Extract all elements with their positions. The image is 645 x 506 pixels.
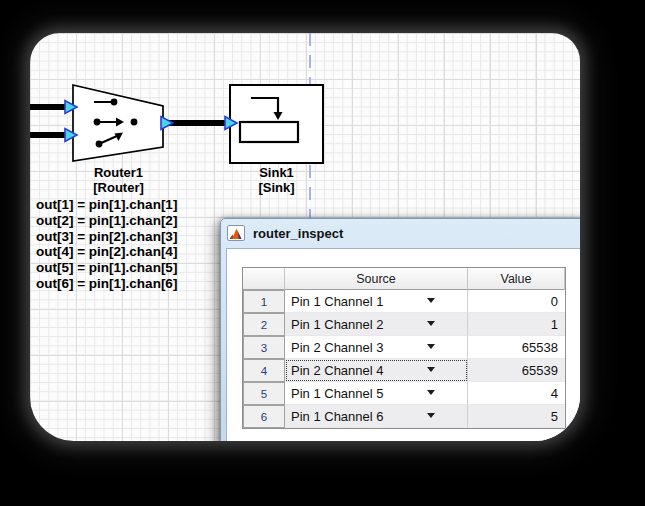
source-cell[interactable]: Pin 1 Channel 1 <box>285 290 468 313</box>
source-cell-label: Pin 1 Channel 1 <box>291 294 384 309</box>
dropdown-arrow-icon[interactable] <box>427 367 435 372</box>
router-block[interactable] <box>73 85 163 161</box>
model-canvas: Router1 [Router] Sink1 [Sink] out[1] = p… <box>30 33 580 441</box>
sink-block-label: Sink1 [Sink] <box>230 165 323 195</box>
router-block-label: Router1 [Router] <box>69 165 168 195</box>
annotation-line: out[6] = pin[1].chan[6] <box>36 276 177 292</box>
dropdown-arrow-icon[interactable] <box>427 321 435 326</box>
inspect-table: Source Value 1 Pin 1 Channel 1 0 2 Pin 1… <box>242 267 566 429</box>
source-cell-label: Pin 2 Channel 4 <box>291 363 384 378</box>
matlab-icon <box>227 225 245 241</box>
value-cell: 0 <box>468 290 565 313</box>
row-number-cell: 4 <box>243 359 285 382</box>
source-cell-label: Pin 1 Channel 6 <box>291 409 384 424</box>
dropdown-arrow-icon[interactable] <box>427 413 435 418</box>
row-number-cell: 1 <box>243 290 285 313</box>
row-number-cell: 5 <box>243 382 285 405</box>
router-name: Router1 <box>69 165 168 180</box>
source-cell-label: Pin 1 Channel 5 <box>291 386 384 401</box>
dropdown-arrow-icon[interactable] <box>427 344 435 349</box>
annotation-line: out[3] = pin[2].chan[3] <box>36 229 177 245</box>
annotation-line: out[1] = pin[1].chan[1] <box>36 197 177 213</box>
table-header-corner <box>243 268 285 290</box>
router-output-port-icon <box>161 117 173 130</box>
value-cell: 1 <box>468 313 565 336</box>
source-cell[interactable]: Pin 1 Channel 5 <box>285 382 468 405</box>
sink-type: [Sink] <box>230 180 323 195</box>
annotation-line: out[4] = pin[2].chan[4] <box>36 244 177 260</box>
dialog-content: Source Value 1 Pin 1 Channel 1 0 2 Pin 1… <box>226 248 580 441</box>
router-type: [Router] <box>69 180 168 195</box>
dropdown-arrow-icon[interactable] <box>427 390 435 395</box>
router-inspect-dialog: router_inspect Source Value 1 Pin 1 Chan… <box>220 218 580 441</box>
sink-name: Sink1 <box>230 165 323 180</box>
source-cell-focused[interactable]: Pin 2 Channel 4 <box>285 359 468 382</box>
sink-block[interactable] <box>230 85 323 163</box>
value-cell: 4 <box>468 382 565 405</box>
source-cell-label: Pin 2 Channel 3 <box>291 340 384 355</box>
row-number-cell: 2 <box>243 313 285 336</box>
value-cell: 65538 <box>468 336 565 359</box>
dialog-title-bar[interactable]: router_inspect <box>221 219 580 247</box>
annotation-line: out[5] = pin[1].chan[5] <box>36 260 177 276</box>
routing-annotation: out[1] = pin[1].chan[1] out[2] = pin[1].… <box>36 197 177 292</box>
source-cell[interactable]: Pin 1 Channel 2 <box>285 313 468 336</box>
row-number-cell: 6 <box>243 405 285 428</box>
source-cell[interactable]: Pin 2 Channel 3 <box>285 336 468 359</box>
table-header-source: Source <box>285 268 468 290</box>
annotation-line: out[2] = pin[1].chan[2] <box>36 213 177 229</box>
source-cell-label: Pin 1 Channel 2 <box>291 317 384 332</box>
source-cell[interactable]: Pin 1 Channel 6 <box>285 405 468 428</box>
row-number-cell: 3 <box>243 336 285 359</box>
value-cell: 5 <box>468 405 565 428</box>
dialog-title: router_inspect <box>253 226 343 241</box>
value-cell: 65539 <box>468 359 565 382</box>
table-header-value: Value <box>468 268 565 290</box>
dropdown-arrow-icon[interactable] <box>427 298 435 303</box>
